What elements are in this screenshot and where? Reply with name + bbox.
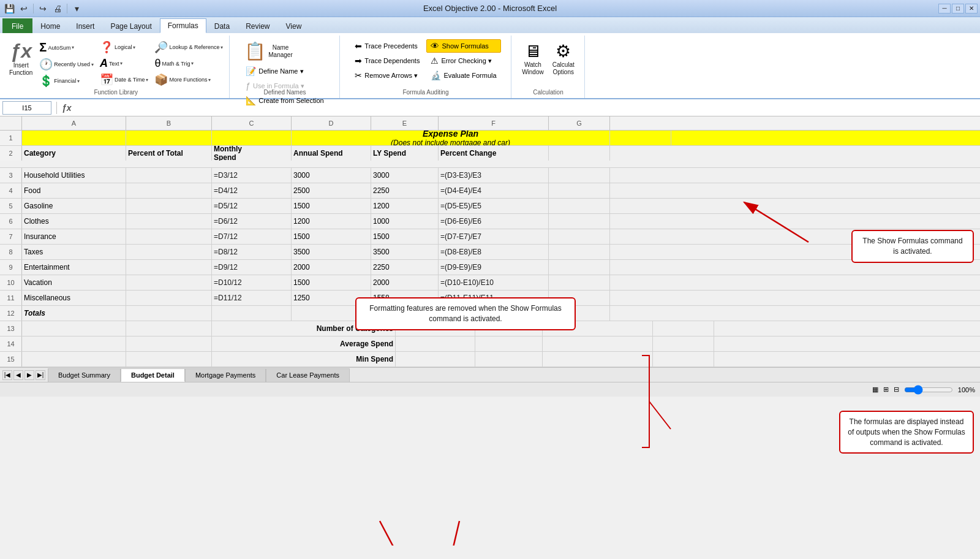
cell-b14[interactable] bbox=[126, 337, 212, 351]
cell-f3[interactable]: =(D3-E3)/E3 bbox=[439, 168, 549, 183]
cell-b2[interactable]: Percent of Total bbox=[126, 146, 212, 161]
cell-c5[interactable]: =D5/12 bbox=[212, 199, 292, 213]
create-from-selection-button[interactable]: 📐 Create from Selection bbox=[241, 94, 328, 107]
cell-g5[interactable] bbox=[549, 199, 610, 213]
sheet-prev-btn[interactable]: ◀ bbox=[13, 370, 23, 380]
sheet-last-btn[interactable]: ▶| bbox=[36, 370, 45, 380]
col-header-a[interactable]: A bbox=[22, 116, 126, 130]
tab-view[interactable]: View bbox=[278, 18, 310, 33]
autosum-button[interactable]: Σ AutoSum ▾ bbox=[37, 39, 96, 56]
cell-g3[interactable] bbox=[549, 168, 610, 183]
cell-a4[interactable]: Food bbox=[22, 183, 126, 198]
financial-button[interactable]: 💲 Financial ▾ bbox=[37, 73, 96, 89]
cell-b13[interactable] bbox=[126, 321, 212, 336]
sheet-tab-car-lease-payments[interactable]: Car Lease Payments bbox=[266, 368, 350, 382]
show-formulas-button[interactable]: 👁 Show Formulas bbox=[426, 39, 500, 53]
sheet-next-btn[interactable]: ▶ bbox=[24, 370, 34, 380]
cell-b1[interactable] bbox=[126, 131, 212, 145]
col-header-b[interactable]: B bbox=[126, 116, 212, 130]
cell-b10[interactable] bbox=[126, 275, 212, 290]
cell-d15[interactable] bbox=[396, 352, 475, 367]
tab-data[interactable]: Data bbox=[206, 18, 238, 33]
cell-a9[interactable]: Entertainment bbox=[22, 260, 126, 275]
trace-dependents-button[interactable]: ➡ Trace Dependents bbox=[350, 54, 424, 67]
trace-precedents-button[interactable]: ⬅ Trace Precedents bbox=[350, 39, 424, 53]
lookup-reference-button[interactable]: 🔎 Lookup & Reference ▾ bbox=[152, 39, 225, 55]
cell-a14[interactable] bbox=[22, 337, 126, 351]
cell-b7[interactable] bbox=[126, 229, 212, 244]
cell-f5[interactable]: =(D5-E5)/E5 bbox=[439, 199, 549, 213]
minimize-btn[interactable]: ─ bbox=[938, 4, 951, 13]
sheet-tab-budget-detail[interactable]: Budget Detail bbox=[121, 368, 185, 382]
cell-f15[interactable] bbox=[543, 352, 653, 367]
evaluate-formula-button[interactable]: 🔬 Evaluate Formula bbox=[426, 69, 500, 82]
cell-a15[interactable] bbox=[22, 352, 126, 367]
cell-c9[interactable]: =D9/12 bbox=[212, 260, 292, 275]
cell-a3[interactable]: Household Utilities bbox=[22, 168, 126, 183]
cell-d10[interactable]: 1500 bbox=[292, 275, 371, 290]
cell-b3[interactable] bbox=[126, 168, 212, 183]
save-quick-btn[interactable]: 💾 bbox=[2, 2, 16, 15]
cell-f4[interactable]: =(D4-E4)/E4 bbox=[439, 183, 549, 198]
cell-c3[interactable]: =D3/12 bbox=[212, 168, 292, 183]
cell-g15[interactable] bbox=[653, 352, 714, 367]
col-header-f[interactable]: F bbox=[439, 116, 549, 130]
cell-f2[interactable]: Percent Change bbox=[439, 146, 549, 161]
print-quick-btn[interactable]: 🖨 bbox=[51, 2, 64, 15]
cell-a10[interactable]: Vacation bbox=[22, 275, 126, 290]
cell-a1[interactable] bbox=[22, 131, 126, 145]
cell-a2[interactable]: Category bbox=[22, 146, 126, 161]
redo-quick-btn[interactable]: ↪ bbox=[36, 2, 50, 15]
sheet-tab-budget-summary[interactable]: Budget Summary bbox=[48, 368, 121, 382]
cell-a13[interactable] bbox=[22, 321, 126, 336]
cell-d2[interactable]: Annual Spend bbox=[292, 146, 371, 161]
cell-f10[interactable]: =(D10-E10)/E10 bbox=[439, 275, 549, 290]
tab-formulas[interactable]: Formulas bbox=[160, 18, 206, 33]
cell-d8[interactable]: 3500 bbox=[292, 245, 371, 259]
tab-insert[interactable]: Insert bbox=[68, 18, 102, 33]
customize-quick-btn[interactable]: ▾ bbox=[70, 2, 83, 15]
tab-file[interactable]: File bbox=[2, 18, 32, 33]
col-header-c[interactable]: C bbox=[212, 116, 292, 130]
cell-g1[interactable] bbox=[610, 131, 671, 145]
calc-options-button[interactable]: ⚙ CalculatOptions bbox=[549, 39, 578, 78]
math-trig-button[interactable]: θ Math & Trig ▾ bbox=[152, 56, 225, 71]
cell-c4[interactable]: =D4/12 bbox=[212, 183, 292, 198]
cell-g2[interactable] bbox=[549, 146, 610, 161]
cell-f8[interactable]: =(D8-E8)/E8 bbox=[439, 245, 549, 259]
cell-f14[interactable] bbox=[543, 337, 653, 351]
cell-g4[interactable] bbox=[549, 183, 610, 198]
formula-input[interactable] bbox=[74, 101, 978, 115]
cell-c8[interactable]: =D8/12 bbox=[212, 245, 292, 259]
cell-d5[interactable]: 1500 bbox=[292, 199, 371, 213]
view-layout-icon[interactable]: ⊞ bbox=[883, 386, 889, 394]
cell-b9[interactable] bbox=[126, 260, 212, 275]
define-name-button[interactable]: 📝 Define Name ▾ bbox=[241, 64, 307, 78]
cell-b8[interactable] bbox=[126, 245, 212, 259]
cell-g13[interactable] bbox=[653, 321, 714, 336]
close-btn[interactable]: ✕ bbox=[965, 4, 978, 13]
cell-a6[interactable]: Clothes bbox=[22, 214, 126, 229]
cell-reference-input[interactable] bbox=[2, 101, 51, 115]
remove-arrows-button[interactable]: ✂ Remove Arrows ▾ bbox=[350, 69, 424, 82]
view-page-break-icon[interactable]: ⊟ bbox=[894, 386, 899, 394]
date-time-button[interactable]: 📅 Date & Time ▾ bbox=[97, 72, 151, 88]
col-header-e[interactable]: E bbox=[371, 116, 439, 130]
cell-a12[interactable]: Totals bbox=[22, 306, 126, 321]
cell-a7[interactable]: Insurance bbox=[22, 229, 126, 244]
cell-c11[interactable]: =D11/12 bbox=[212, 291, 292, 305]
more-functions-button[interactable]: 📦 More Functions ▾ bbox=[152, 72, 225, 88]
cell-c2[interactable]: MonthlySpend bbox=[212, 146, 292, 161]
tab-home[interactable]: Home bbox=[32, 18, 68, 33]
sheet-first-btn[interactable]: |◀ bbox=[2, 370, 12, 380]
col-header-g[interactable]: G bbox=[549, 116, 610, 130]
cell-g9[interactable] bbox=[549, 260, 610, 275]
insert-function-button[interactable]: ƒx Insert Function bbox=[6, 39, 36, 78]
error-checking-button[interactable]: ⚠ Error Checking ▾ bbox=[426, 54, 500, 67]
cell-f7[interactable]: =(D7-E7)/E7 bbox=[439, 229, 549, 244]
cell-e3[interactable]: 3000 bbox=[371, 168, 439, 183]
cell-e8[interactable]: 3500 bbox=[371, 245, 439, 259]
logical-button[interactable]: ❓ Logical ▾ bbox=[97, 39, 151, 55]
cell-c7[interactable]: =D7/12 bbox=[212, 229, 292, 244]
cell-c15[interactable]: Min Spend bbox=[212, 352, 396, 367]
